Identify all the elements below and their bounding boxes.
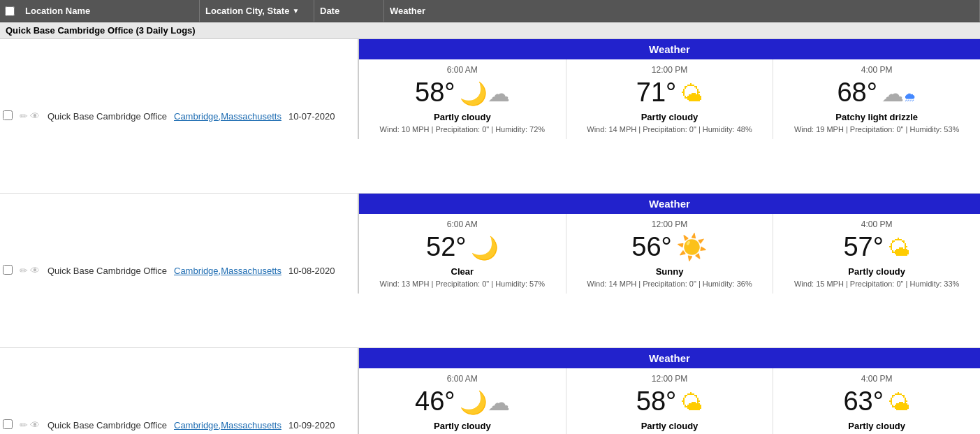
weather-cell: 12:00 PM 56° ☀️ Sunny Wind: 14 MPH | Pre… [566,214,774,294]
header-weather: Weather [384,0,980,22]
weather-temp-row: 57° 🌤 [777,232,976,262]
weather-condition: Partly cloudy [363,421,562,431]
header-name-label: Location Name [25,6,90,16]
select-all-checkbox[interactable] [5,6,15,16]
weather-condition: Partly cloudy [571,421,769,431]
row-date: 10-08-2020 [288,266,335,276]
weather-temp-row: 71° 🌤 [571,78,769,108]
edit-icon[interactable]: ✏ [20,110,28,122]
weather-panel-header: Weather [359,348,980,368]
row-left-section: ✏ 👁 Quick Base Cambridge Office Cambridg… [0,39,358,193]
weather-time: 12:00 PM [571,65,769,75]
weather-temp-row: 58° 🌙☁ [363,78,562,108]
header-location-city[interactable]: Location City, State ▼ [200,0,314,22]
weather-cells: 6:00 AM 46° 🌙☁ Partly cloudy Wind: 7 MPH… [359,368,980,434]
weather-details: Wind: 15 MPH | Precipitation: 0" | Humid… [777,280,976,288]
weather-panel: Weather 6:00 AM 46° 🌙☁ Partly cloudy Win… [358,348,980,434]
row-checkbox[interactable] [3,265,13,275]
weather-time: 6:00 AM [363,219,562,229]
weather-temperature: 46° [415,386,455,417]
header-date: Date [314,0,384,22]
location-name: Quick Base Cambridge Office [47,111,171,122]
table-header: Location Name Location City, State ▼ Dat… [0,0,980,22]
weather-details: Wind: 10 MPH | Precipitation: 0" | Humid… [363,125,562,133]
weather-temp-row: 56° ☀️ [571,232,769,262]
sort-icon: ▼ [292,7,299,15]
weather-cells: 6:00 AM 52° 🌙 Clear Wind: 13 MPH | Preci… [359,214,980,294]
row-checkbox-cell[interactable] [3,419,17,431]
weather-temperature: 63° [843,386,883,417]
weather-temp-row: 58° 🌤 [571,386,769,417]
weather-condition: Patchy light drizzle [777,112,976,122]
weather-icon: 🌙 [471,235,499,260]
weather-condition: Partly cloudy [363,112,562,122]
weather-condition: Clear [363,266,562,277]
row-left-section: ✏ 👁 Quick Base Cambridge Office Cambridg… [0,194,358,347]
row-action-icons: ✏ 👁 [20,265,45,276]
weather-cell: 6:00 AM 46° 🌙☁ Partly cloudy Wind: 7 MPH… [359,368,566,434]
weather-panel-header: Weather [359,39,980,59]
view-icon[interactable]: 👁 [30,265,40,276]
weather-details: Wind: 13 MPH | Precipitation: 0" | Humid… [363,280,562,288]
weather-cell: 12:00 PM 71° 🌤 Partly cloudy Wind: 14 MP… [566,59,774,139]
group-row: Quick Base Cambridge Office (3 Daily Log… [0,22,980,39]
row-checkbox[interactable] [3,110,13,120]
weather-condition: Partly cloudy [571,112,769,122]
weather-cell: 6:00 AM 58° 🌙☁ Partly cloudy Wind: 10 MP… [359,59,566,139]
table-row: ✏ 👁 Quick Base Cambridge Office Cambridg… [0,348,980,434]
weather-cell: 4:00 PM 57° 🌤 Partly cloudy Wind: 15 MPH… [773,214,980,294]
header-checkbox-cell [0,6,20,16]
view-icon[interactable]: 👁 [30,419,40,431]
row-action-icons: ✏ 👁 [20,110,45,122]
weather-cell: 6:00 AM 52° 🌙 Clear Wind: 13 MPH | Preci… [359,214,566,294]
weather-icon: 🌤 [888,389,910,414]
weather-time: 6:00 AM [363,374,562,384]
weather-icon: 🌤 [888,235,910,260]
weather-temp-row: 63° 🌤 [777,386,976,417]
weather-details: Wind: 19 MPH | Precipitation: 0" | Humid… [777,125,976,133]
table-row: ✏ 👁 Quick Base Cambridge Office Cambridg… [0,194,980,348]
rows-container: ✏ 👁 Quick Base Cambridge Office Cambridg… [0,39,980,434]
table-row: ✏ 👁 Quick Base Cambridge Office Cambridg… [0,39,980,194]
header-weather-label: Weather [390,6,425,16]
weather-time: 12:00 PM [571,219,769,229]
weather-icon: ☀️ [676,235,708,260]
location-city[interactable]: Cambridge,Massachusetts [174,266,286,276]
weather-cell: 4:00 PM 68° ☁🌧 Patchy light drizzle Wind… [773,59,980,139]
weather-temperature: 52° [426,232,466,262]
weather-time: 4:00 PM [777,65,976,75]
row-checkbox[interactable] [3,419,13,429]
weather-condition: Sunny [571,266,769,277]
edit-icon[interactable]: ✏ [20,265,28,276]
header-date-label: Date [320,6,339,16]
group-label: Quick Base Cambridge Office (3 Daily Log… [6,25,196,36]
weather-panel: Weather 6:00 AM 52° 🌙 Clear Wind: 13 MPH… [358,194,980,294]
weather-details: Wind: 14 MPH | Precipitation: 0" | Humid… [571,280,769,288]
location-name: Quick Base Cambridge Office [47,266,171,276]
weather-time: 6:00 AM [363,65,562,75]
row-left-section: ✏ 👁 Quick Base Cambridge Office Cambridg… [0,348,358,434]
row-date: 10-07-2020 [288,111,335,122]
weather-panel: Weather 6:00 AM 58° 🌙☁ Partly cloudy Win… [358,39,980,139]
weather-condition: Partly cloudy [777,421,976,431]
edit-icon[interactable]: ✏ [20,419,28,431]
weather-cells: 6:00 AM 58° 🌙☁ Partly cloudy Wind: 10 MP… [359,59,980,139]
weather-icon: ☁🌧 [882,80,916,106]
row-checkbox-cell[interactable] [3,265,17,277]
row-action-icons: ✏ 👁 [20,419,45,431]
weather-time: 4:00 PM [777,374,976,384]
weather-temperature: 57° [843,232,883,262]
weather-icon: 🌙☁ [460,80,510,106]
location-city[interactable]: Cambridge,Massachusetts [174,111,286,122]
location-name: Quick Base Cambridge Office [47,420,171,431]
weather-icon: 🌤 [680,80,703,106]
weather-temperature: 68° [837,78,877,108]
weather-temperature: 71° [636,78,676,108]
weather-temperature: 58° [415,78,455,108]
location-city[interactable]: Cambridge,Massachusetts [174,420,286,431]
row-date: 10-09-2020 [288,420,335,431]
row-checkbox-cell[interactable] [3,110,17,122]
header-city-label: Location City, State [205,6,289,16]
weather-temp-row: 68° ☁🌧 [777,78,976,108]
view-icon[interactable]: 👁 [30,110,40,122]
